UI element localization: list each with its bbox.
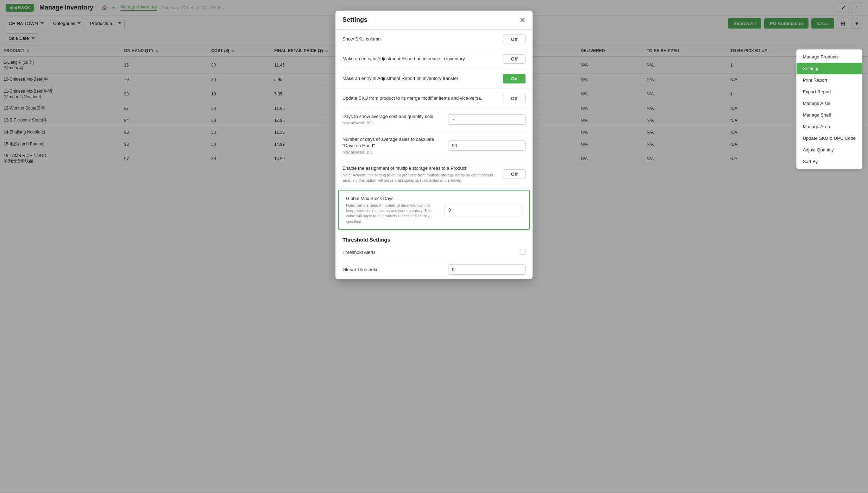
setting-control-days_avg_sales[interactable] bbox=[448, 141, 526, 151]
threshold-label-threshold_alerts: Threshold Alerts bbox=[342, 250, 514, 255]
modal-header: Settings ✕ bbox=[335, 11, 533, 30]
setting-row-days_avg_cost: Days to show average cost and quantity s… bbox=[335, 108, 533, 131]
setting-row-update_sku: Update SKU from product to its merge mod… bbox=[335, 89, 533, 108]
dropdown-item-adjust_quantity[interactable]: Adjust Quantity bbox=[797, 144, 862, 156]
dropdown-item-manage_products[interactable]: Manage Products bbox=[797, 51, 862, 63]
setting-row-adjustment_increase: Make an entry in Adjustment Report on in… bbox=[335, 49, 533, 69]
modal-overlay: Settings ✕ Show SKU columnOffMake an ent… bbox=[0, 0, 868, 492]
setting-control-show_sku[interactable]: Off bbox=[503, 35, 526, 44]
modal-close-button[interactable]: ✕ bbox=[520, 17, 526, 24]
setting-row-adjustment_transfer: Make an entry in Adjustment Report on in… bbox=[335, 69, 533, 89]
dropdown-item-sort_by[interactable]: Sort By bbox=[797, 156, 862, 167]
setting-row-days_avg_sales: Number of days of average sales to calcu… bbox=[335, 131, 533, 161]
input-days_avg_sales[interactable] bbox=[448, 141, 526, 151]
setting-row-global_max_stock: Global Max Stock DaysNote: Set the defau… bbox=[338, 190, 530, 230]
threshold-label-global_threshold: Global Threshold bbox=[342, 267, 442, 272]
setting-control-multiple_storage[interactable]: Off bbox=[503, 169, 526, 179]
toggle-adjustment_increase[interactable]: Off bbox=[503, 54, 526, 64]
input-global_threshold[interactable] bbox=[448, 264, 526, 275]
threshold-section-heading: Threshold Settings bbox=[335, 231, 533, 245]
setting-label-update_sku: Update SKU from product to its merge mod… bbox=[342, 95, 497, 101]
modal-title: Settings bbox=[342, 16, 367, 24]
dropdown-item-update_sku_upc[interactable]: Update SKU & UPC Code bbox=[797, 132, 862, 144]
modal-body: Show SKU columnOffMake an entry in Adjus… bbox=[335, 30, 533, 279]
dropdown-item-manage_shelf[interactable]: Manage Shelf bbox=[797, 109, 862, 121]
toggle-update_sku[interactable]: Off bbox=[503, 94, 526, 103]
dropdown-item-settings[interactable]: Settings bbox=[797, 63, 862, 74]
setting-control-days_avg_cost[interactable] bbox=[448, 114, 526, 125]
setting-label-days_avg_cost: Days to show average cost and quantity s… bbox=[342, 113, 442, 126]
setting-row-multiple_storage: Enable the assignment of multiple storag… bbox=[335, 160, 533, 188]
dropdown-item-manage_area[interactable]: Manage Area bbox=[797, 121, 862, 132]
threshold-row-threshold_alerts: Threshold Alerts bbox=[335, 245, 533, 260]
toggle-show_sku[interactable]: Off bbox=[503, 35, 526, 44]
dropdown-item-manage_aisle[interactable]: Manage Aisle bbox=[797, 98, 862, 109]
setting-label-show_sku: Show SKU column bbox=[342, 36, 497, 42]
setting-label-adjustment_transfer: Make an entry in Adjustment Report on in… bbox=[342, 75, 497, 82]
setting-label-multiple_storage: Enable the assignment of multiple storag… bbox=[342, 165, 497, 183]
threshold-control-global_threshold[interactable] bbox=[448, 264, 526, 275]
threshold-row-global_threshold: Global Threshold bbox=[335, 260, 533, 279]
dropdown-item-print_report[interactable]: Print Report bbox=[797, 74, 862, 86]
toggle-adjustment_transfer[interactable]: On bbox=[503, 74, 526, 83]
setting-control-global_max_stock[interactable] bbox=[445, 205, 522, 215]
threshold-control-threshold_alerts[interactable] bbox=[520, 249, 526, 256]
setting-row-show_sku: Show SKU columnOff bbox=[335, 30, 533, 49]
setting-note-days_avg_sales: Max allowed: 180 bbox=[342, 150, 442, 155]
setting-label-global_max_stock: Global Max Stock DaysNote: Set the defau… bbox=[346, 195, 439, 224]
dropdown-menu: Manage ProductsSettingsPrint ReportExpor… bbox=[796, 49, 862, 169]
dropdown-item-export_report[interactable]: Export Report bbox=[797, 86, 862, 98]
input-days_avg_cost[interactable] bbox=[448, 114, 526, 125]
checkbox-threshold_alerts[interactable] bbox=[520, 249, 526, 255]
setting-control-update_sku[interactable]: Off bbox=[503, 94, 526, 103]
setting-control-adjustment_increase[interactable]: Off bbox=[503, 54, 526, 64]
setting-label-days_avg_sales: Number of days of average sales to calcu… bbox=[342, 136, 442, 155]
setting-note-global_max_stock: Note: Set the default number of days you… bbox=[346, 203, 439, 225]
input-global_max_stock[interactable] bbox=[445, 205, 522, 215]
toggle-multiple_storage[interactable]: Off bbox=[503, 169, 526, 179]
setting-note-days_avg_cost: Max allowed: 180 bbox=[342, 120, 442, 126]
setting-control-adjustment_transfer[interactable]: On bbox=[503, 74, 526, 83]
setting-note-multiple_storage: Note: Activate this setting to count pro… bbox=[342, 173, 497, 183]
settings-modal: Settings ✕ Show SKU columnOffMake an ent… bbox=[335, 11, 533, 279]
setting-label-adjustment_increase: Make an entry in Adjustment Report on in… bbox=[342, 56, 497, 62]
